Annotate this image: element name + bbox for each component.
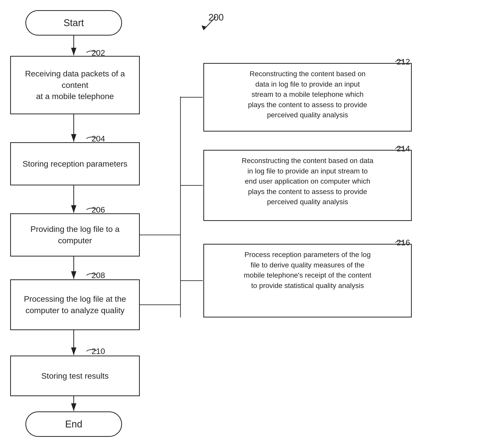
- flow-box-202: Receiving data packets of a contentat a …: [10, 56, 140, 114]
- step-206-label: Providing the log file to a computer: [16, 223, 134, 246]
- side-box-216: Process reception parameters of the logf…: [203, 244, 412, 317]
- step-216-label: Process reception parameters of the logf…: [244, 251, 371, 290]
- step-202-label: Receiving data packets of a contentat a …: [16, 68, 134, 102]
- ref-208: 208: [92, 271, 105, 280]
- diagram-number: 200: [208, 12, 224, 23]
- flow-box-210: Storing test results: [10, 356, 140, 396]
- ref-202: 202: [92, 48, 105, 58]
- step-210-label: Storing test results: [41, 370, 109, 382]
- step-214-label: Reconstructing the content based on data…: [242, 157, 373, 206]
- start-oval: Start: [25, 10, 122, 36]
- step-208-label: Processing the log file at thecomputer t…: [24, 293, 126, 316]
- ref-204: 204: [92, 134, 105, 143]
- svg-marker-1: [202, 25, 206, 30]
- end-label: End: [65, 419, 82, 430]
- end-oval: End: [25, 411, 122, 437]
- ref-212: 212: [397, 57, 410, 67]
- flow-box-208: Processing the log file at thecomputer t…: [10, 279, 140, 330]
- start-label: Start: [64, 18, 84, 28]
- flow-box-206: Providing the log file to a computer: [10, 213, 140, 257]
- ref-206: 206: [92, 205, 105, 215]
- step-204-label: Storing reception parameters: [23, 158, 128, 170]
- side-box-214: Reconstructing the content based on data…: [203, 150, 412, 221]
- ref-216: 216: [397, 238, 410, 247]
- side-box-212: Reconstructing the content based ondata …: [203, 63, 412, 132]
- diagram-container: 200 Start Receiving data packets of a co…: [0, 0, 502, 448]
- ref-214: 214: [397, 144, 410, 153]
- flow-box-204: Storing reception parameters: [10, 142, 140, 185]
- step-212-label: Reconstructing the content based ondata …: [248, 70, 367, 119]
- ref-210: 210: [92, 347, 105, 356]
